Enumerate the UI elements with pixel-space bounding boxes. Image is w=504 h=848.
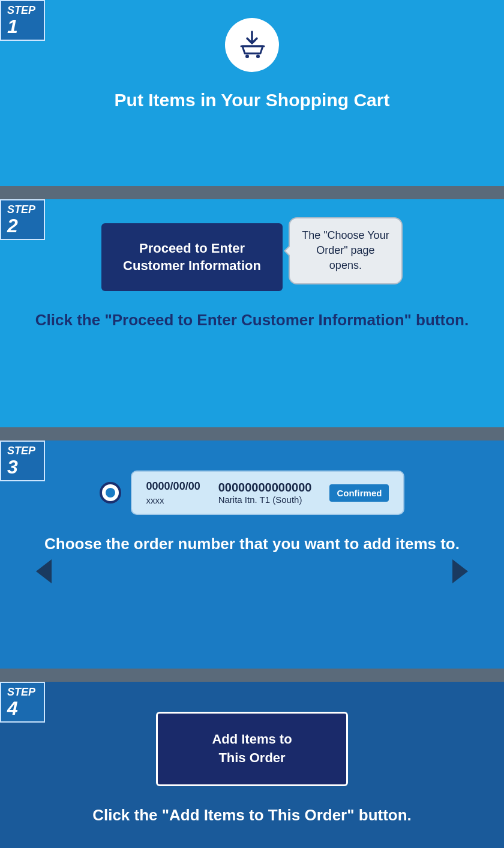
svg-point-2 [245, 55, 249, 58]
order-location: Narita Itn. T1 (South) [218, 495, 312, 505]
proceed-button[interactable]: Proceed to EnterCustomer Information [101, 223, 283, 291]
add-items-button[interactable]: Add Items to This Order [156, 712, 348, 786]
step3-section: STEP 3 0000/00/00 xxxx 00000000000000 Na… [0, 441, 504, 669]
shopping-cart-icon [236, 29, 268, 61]
order-code: xxxx [146, 495, 200, 505]
step2-badge: STEP 2 [0, 199, 45, 240]
add-items-btn-line1: Add Items to [212, 732, 292, 747]
step3-badge: STEP 3 [0, 441, 45, 481]
step1-badge: STEP 1 [0, 0, 45, 41]
svg-point-3 [256, 55, 260, 58]
step2-section: STEP 2 Proceed to EnterCustomer Informat… [0, 199, 504, 427]
step1-num: 1 [7, 17, 35, 36]
step4-section: STEP 4 Add Items to This Order Click the… [0, 682, 504, 848]
step4-description: Click the "Add Items to This Order" butt… [80, 804, 424, 826]
step1-title: Put Items in Your Shopping Cart [115, 90, 390, 110]
arrows-row [12, 559, 492, 583]
add-items-btn-line2: This Order [218, 750, 285, 765]
step4-badge: STEP 4 [0, 682, 45, 723]
step4-word: STEP [7, 687, 35, 699]
arrow-right-icon [452, 559, 468, 583]
order-card-right: 00000000000000 Narita Itn. T1 (South) [218, 481, 312, 505]
divider-2-3 [0, 427, 504, 441]
step3-description: Choose the order number that you want to… [32, 533, 472, 555]
step4-num: 4 [7, 699, 35, 718]
arrow-left-icon [36, 559, 52, 583]
step1-section: STEP 1 Put Items in Your Shopping Cart [0, 0, 504, 186]
divider-1-2 [0, 186, 504, 199]
step2-description: Click the "Proceed to Enter Customer Inf… [17, 309, 487, 331]
speech-bubble-text: The "Choose Your Order" page opens. [302, 229, 389, 271]
divider-3-4 [0, 669, 504, 682]
step2-num: 2 [7, 216, 35, 235]
order-id: 00000000000000 [218, 481, 312, 495]
cart-icon-circle [225, 18, 279, 72]
step1-word: STEP [7, 5, 35, 17]
speech-bubble: The "Choose Your Order" page opens. [289, 217, 403, 284]
step2-word: STEP [7, 204, 35, 216]
order-date: 0000/00/00 [146, 480, 200, 493]
confirmed-badge: Confirmed [329, 484, 389, 502]
step2-content: Proceed to EnterCustomer Information The… [12, 223, 492, 291]
proceed-btn-label: Proceed to EnterCustomer Information [123, 241, 261, 273]
step3-word: STEP [7, 445, 35, 457]
order-selector-row: 0000/00/00 xxxx 00000000000000 Narita It… [100, 471, 405, 515]
order-card[interactable]: 0000/00/00 xxxx 00000000000000 Narita It… [131, 471, 405, 515]
step3-num: 3 [7, 457, 35, 477]
order-card-left: 0000/00/00 xxxx [146, 480, 200, 505]
radio-inner [106, 488, 115, 498]
order-radio-button[interactable] [100, 482, 121, 504]
